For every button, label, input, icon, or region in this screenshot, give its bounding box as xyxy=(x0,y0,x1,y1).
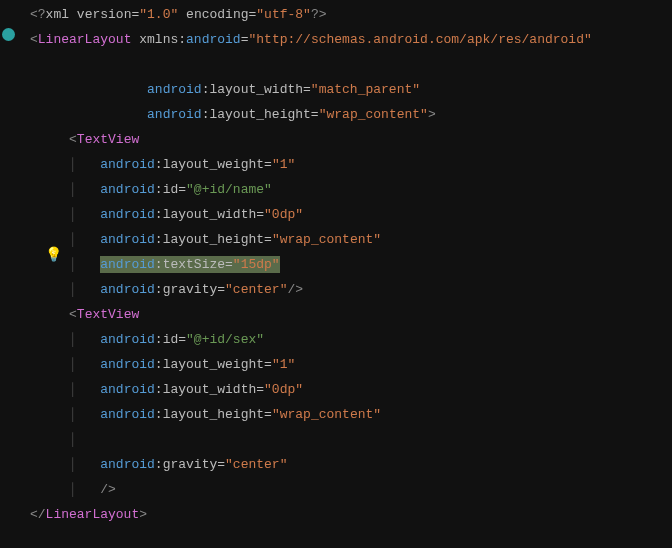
line-5: android:layout_height="wrap_content"> xyxy=(30,107,436,122)
line-11: │ android:textSize="15dp" xyxy=(30,256,280,273)
line-19: │ android:gravity="center" xyxy=(30,457,287,472)
line-17: │ android:layout_height="wrap_content" xyxy=(30,407,381,422)
line-15: │ android:layout_weight="1" xyxy=(30,357,295,372)
line-21: </LinearLayout> xyxy=(30,507,147,522)
breakpoint-marker[interactable] xyxy=(2,28,15,41)
line-14: │ android:id="@+id/sex" xyxy=(30,332,264,347)
line-18: │ xyxy=(30,432,77,447)
line-12: │ android:gravity="center"/> xyxy=(30,282,303,297)
line-20: │ /> xyxy=(30,482,116,497)
line-10: │ android:layout_height="wrap_content" xyxy=(30,232,381,247)
line-9: │ android:layout_width="0dp" xyxy=(30,207,303,222)
gutter xyxy=(0,0,24,548)
line-8: │ android:id="@+id/name" xyxy=(30,182,272,197)
code-area[interactable]: <?xml version="1.0" encoding="utf-8"?> <… xyxy=(30,2,592,527)
line-13: <TextView xyxy=(30,307,139,322)
line-6: <TextView xyxy=(30,132,139,147)
line-16: │ android:layout_width="0dp" xyxy=(30,382,303,397)
line-4: android:layout_width="match_parent" xyxy=(30,82,420,97)
line-7: │ android:layout_weight="1" xyxy=(30,157,295,172)
line-1: <?xml version="1.0" encoding="utf-8"?> xyxy=(30,7,327,22)
line-2: <LinearLayout xmlns:android="http://sche… xyxy=(30,32,592,47)
